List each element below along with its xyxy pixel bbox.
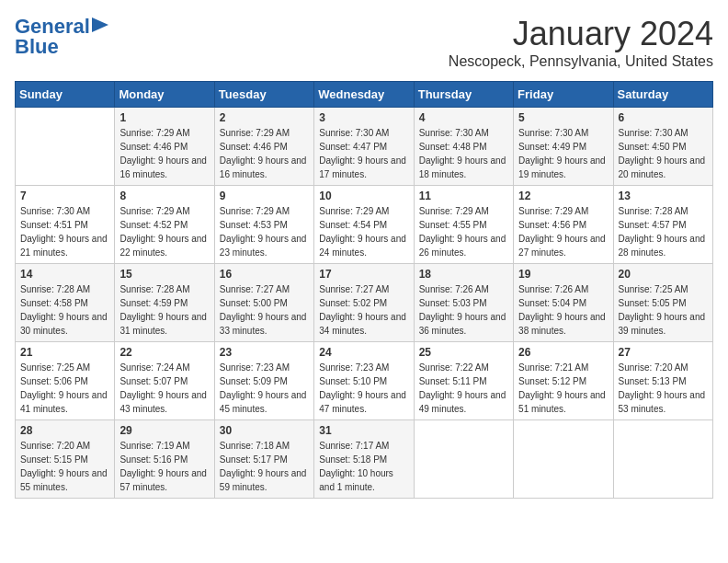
day-info: Sunrise: 7:29 AMSunset: 4:46 PMDaylight:…	[119, 126, 209, 181]
day-info: Sunrise: 7:29 AMSunset: 4:52 PMDaylight:…	[119, 204, 209, 259]
day-number: 10	[319, 190, 408, 202]
calendar-cell	[613, 420, 712, 499]
day-number: 13	[619, 190, 708, 202]
day-info: Sunrise: 7:27 AMSunset: 5:02 PMDaylight:…	[319, 282, 408, 338]
calendar-cell	[414, 420, 513, 499]
calendar-cell: 7Sunrise: 7:30 AMSunset: 4:51 PMDaylight…	[16, 186, 115, 264]
day-number: 25	[419, 346, 508, 359]
day-info: Sunrise: 7:29 AMSunset: 4:46 PMDaylight:…	[220, 126, 309, 181]
day-number: 16	[220, 268, 309, 281]
header-thursday: Thursday	[414, 82, 513, 108]
day-number: 20	[619, 268, 708, 281]
calendar-cell: 23Sunrise: 7:23 AMSunset: 5:09 PMDayligh…	[214, 342, 313, 420]
day-info: Sunrise: 7:26 AMSunset: 5:03 PMDaylight:…	[419, 282, 508, 338]
title-block: January 2024 Nescopeck, Pennsylvania, Un…	[449, 15, 713, 70]
calendar-cell: 22Sunrise: 7:24 AMSunset: 5:07 PMDayligh…	[115, 342, 214, 420]
header-saturday: Saturday	[613, 82, 712, 108]
header-friday: Friday	[514, 82, 613, 108]
calendar-cell: 6Sunrise: 7:30 AMSunset: 4:50 PMDaylight…	[613, 108, 712, 186]
day-number: 6	[619, 111, 708, 124]
day-number: 4	[419, 111, 508, 124]
day-number: 1	[119, 111, 209, 124]
day-number: 8	[119, 190, 209, 202]
svg-marker-0	[92, 17, 108, 32]
day-info: Sunrise: 7:27 AMSunset: 5:00 PMDaylight:…	[220, 282, 309, 338]
calendar-body: 1Sunrise: 7:29 AMSunset: 4:46 PMDaylight…	[16, 108, 713, 499]
calendar-cell: 5Sunrise: 7:30 AMSunset: 4:49 PMDaylight…	[514, 108, 613, 186]
day-number: 21	[20, 346, 109, 359]
day-info: Sunrise: 7:30 AMSunset: 4:50 PMDaylight:…	[619, 126, 708, 181]
day-info: Sunrise: 7:28 AMSunset: 4:59 PMDaylight:…	[119, 282, 209, 338]
month-title: January 2024	[449, 15, 713, 53]
calendar-cell: 12Sunrise: 7:29 AMSunset: 4:56 PMDayligh…	[514, 186, 613, 264]
logo-line2: Blue	[15, 35, 59, 59]
calendar-week-2: 7Sunrise: 7:30 AMSunset: 4:51 PMDaylight…	[16, 186, 713, 264]
day-info: Sunrise: 7:25 AMSunset: 5:06 PMDaylight:…	[20, 361, 109, 416]
calendar-cell: 11Sunrise: 7:29 AMSunset: 4:55 PMDayligh…	[414, 186, 513, 264]
location: Nescopeck, Pennsylvania, United States	[449, 53, 713, 70]
calendar-cell: 31Sunrise: 7:17 AMSunset: 5:18 PMDayligh…	[314, 420, 414, 499]
day-info: Sunrise: 7:17 AMSunset: 5:18 PMDaylight:…	[319, 439, 408, 494]
day-number: 11	[419, 190, 508, 202]
day-info: Sunrise: 7:29 AMSunset: 4:55 PMDaylight:…	[419, 204, 508, 259]
day-number: 29	[119, 424, 209, 437]
logo: General Blue	[15, 15, 108, 59]
calendar-cell: 2Sunrise: 7:29 AMSunset: 4:46 PMDaylight…	[214, 108, 313, 186]
logo-arrow-icon	[92, 17, 108, 36]
day-info: Sunrise: 7:30 AMSunset: 4:47 PMDaylight:…	[319, 126, 408, 181]
day-number: 9	[220, 190, 309, 202]
calendar-cell: 3Sunrise: 7:30 AMSunset: 4:47 PMDaylight…	[314, 108, 414, 186]
day-number: 5	[518, 111, 608, 124]
calendar-cell: 29Sunrise: 7:19 AMSunset: 5:16 PMDayligh…	[115, 420, 214, 499]
day-info: Sunrise: 7:28 AMSunset: 4:58 PMDaylight:…	[20, 282, 109, 338]
calendar-cell: 9Sunrise: 7:29 AMSunset: 4:53 PMDaylight…	[214, 186, 313, 264]
day-number: 24	[319, 346, 408, 359]
day-number: 28	[20, 424, 109, 437]
day-info: Sunrise: 7:21 AMSunset: 5:12 PMDaylight:…	[518, 361, 608, 416]
day-number: 19	[518, 268, 608, 281]
header-monday: Monday	[115, 82, 214, 108]
day-info: Sunrise: 7:29 AMSunset: 4:54 PMDaylight:…	[319, 204, 408, 259]
day-info: Sunrise: 7:29 AMSunset: 4:53 PMDaylight:…	[220, 204, 309, 259]
day-number: 23	[220, 346, 309, 359]
day-number: 27	[619, 346, 708, 359]
day-number: 26	[518, 346, 608, 359]
calendar-cell: 21Sunrise: 7:25 AMSunset: 5:06 PMDayligh…	[16, 342, 115, 420]
calendar-week-5: 28Sunrise: 7:20 AMSunset: 5:15 PMDayligh…	[16, 420, 713, 499]
day-info: Sunrise: 7:30 AMSunset: 4:51 PMDaylight:…	[20, 204, 109, 259]
day-info: Sunrise: 7:23 AMSunset: 5:10 PMDaylight:…	[319, 361, 408, 416]
header-tuesday: Tuesday	[214, 82, 313, 108]
day-info: Sunrise: 7:22 AMSunset: 5:11 PMDaylight:…	[419, 361, 508, 416]
day-info: Sunrise: 7:20 AMSunset: 5:13 PMDaylight:…	[619, 361, 708, 416]
day-info: Sunrise: 7:24 AMSunset: 5:07 PMDaylight:…	[119, 361, 209, 416]
calendar-cell: 25Sunrise: 7:22 AMSunset: 5:11 PMDayligh…	[414, 342, 513, 420]
day-info: Sunrise: 7:29 AMSunset: 4:56 PMDaylight:…	[518, 204, 608, 259]
calendar-header-row: SundayMondayTuesdayWednesdayThursdayFrid…	[16, 82, 713, 108]
calendar-cell: 16Sunrise: 7:27 AMSunset: 5:00 PMDayligh…	[214, 264, 313, 342]
day-info: Sunrise: 7:30 AMSunset: 4:49 PMDaylight:…	[518, 126, 608, 181]
calendar-cell: 27Sunrise: 7:20 AMSunset: 5:13 PMDayligh…	[613, 342, 712, 420]
day-number: 12	[518, 190, 608, 202]
calendar-cell: 1Sunrise: 7:29 AMSunset: 4:46 PMDaylight…	[115, 108, 214, 186]
calendar-cell: 26Sunrise: 7:21 AMSunset: 5:12 PMDayligh…	[514, 342, 613, 420]
calendar-cell: 18Sunrise: 7:26 AMSunset: 5:03 PMDayligh…	[414, 264, 513, 342]
calendar-cell: 17Sunrise: 7:27 AMSunset: 5:02 PMDayligh…	[314, 264, 414, 342]
day-info: Sunrise: 7:20 AMSunset: 5:15 PMDaylight:…	[20, 439, 109, 494]
calendar-cell	[514, 420, 613, 499]
day-info: Sunrise: 7:23 AMSunset: 5:09 PMDaylight:…	[220, 361, 309, 416]
calendar-cell: 13Sunrise: 7:28 AMSunset: 4:57 PMDayligh…	[613, 186, 712, 264]
day-number: 15	[119, 268, 209, 281]
day-info: Sunrise: 7:26 AMSunset: 5:04 PMDaylight:…	[518, 282, 608, 338]
calendar-cell: 14Sunrise: 7:28 AMSunset: 4:58 PMDayligh…	[16, 264, 115, 342]
day-number: 2	[220, 111, 309, 124]
calendar-table: SundayMondayTuesdayWednesdayThursdayFrid…	[15, 81, 713, 499]
calendar-cell: 8Sunrise: 7:29 AMSunset: 4:52 PMDaylight…	[115, 186, 214, 264]
day-number: 30	[220, 424, 309, 437]
calendar-cell: 28Sunrise: 7:20 AMSunset: 5:15 PMDayligh…	[16, 420, 115, 499]
calendar-week-3: 14Sunrise: 7:28 AMSunset: 4:58 PMDayligh…	[16, 264, 713, 342]
day-info: Sunrise: 7:25 AMSunset: 5:05 PMDaylight:…	[619, 282, 708, 338]
day-number: 17	[319, 268, 408, 281]
header-sunday: Sunday	[16, 82, 115, 108]
calendar-cell: 4Sunrise: 7:30 AMSunset: 4:48 PMDaylight…	[414, 108, 513, 186]
calendar-cell: 10Sunrise: 7:29 AMSunset: 4:54 PMDayligh…	[314, 186, 414, 264]
